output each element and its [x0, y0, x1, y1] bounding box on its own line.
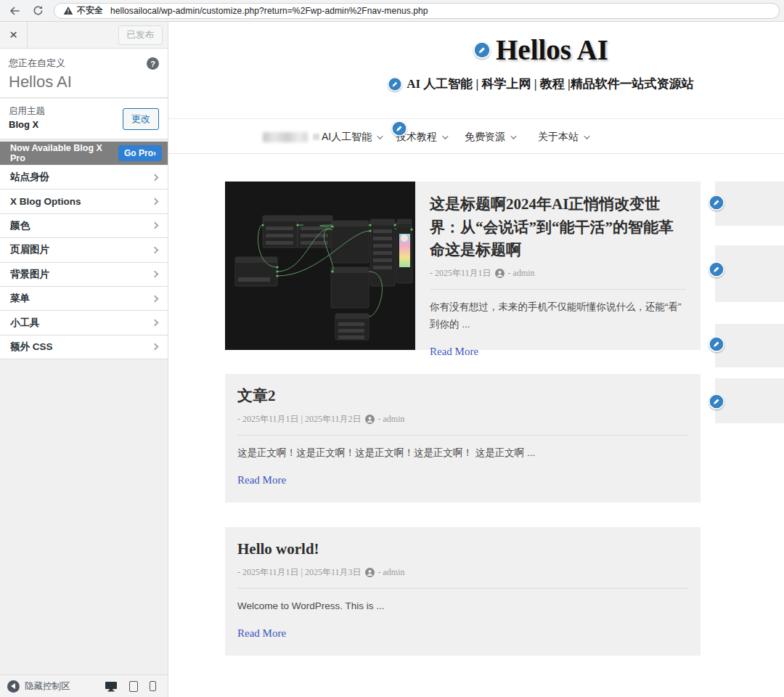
customizing-label: 您正在自定义	[9, 57, 159, 70]
chevron-right-icon	[152, 198, 159, 205]
post-date: - 2025年11月1日 | 2025年11月3日	[237, 566, 362, 579]
author-icon	[365, 568, 375, 577]
chevron-right-icon	[152, 222, 159, 229]
nav-item-free-resources[interactable]: 免费资源	[465, 131, 515, 144]
chevron-down-icon	[510, 133, 516, 139]
post-meta: - 2025年11月1日 - admin	[430, 267, 686, 280]
post-meta: - 2025年11月1日 | 2025年11月2日 - admin	[237, 413, 688, 425]
sidebar-item-site-identity[interactable]: 站点身份	[0, 166, 168, 189]
edit-menu-icon[interactable]	[391, 121, 407, 136]
back-arrow-icon	[9, 5, 20, 17]
nav-item-about[interactable]: 关于本站	[538, 131, 588, 144]
post-excerpt: 这是正文啊！这是正文啊！这是正文啊！这是正文啊！ 这是正文啊 ...	[237, 444, 688, 462]
meta-divider	[237, 435, 688, 436]
close-customizer-button[interactable]: ×	[0, 22, 28, 48]
post-date: - 2025年11月1日 | 2025年11月2日	[237, 413, 362, 425]
post-card: 这是标题啊2024年AI正悄悄改变世界：从“会说话”到“能干活”的智能革命这是标…	[225, 182, 701, 350]
tablet-preview-icon[interactable]	[129, 681, 138, 692]
blurred-nav-item[interactable]	[263, 132, 308, 142]
post-excerpt: Welcome to WordPress. This is ...	[237, 598, 688, 615]
chevron-down-icon	[377, 133, 383, 139]
post-card: 文章2 - 2025年11月1日 | 2025年11月2日 - admin 这是…	[225, 374, 701, 502]
address-bar[interactable]: 不安全 hellosailocal/wp-admin/customize.php…	[54, 3, 780, 19]
author-icon	[495, 269, 505, 278]
url-text: hellosailocal/wp-admin/customize.php?ret…	[110, 6, 428, 16]
meta-divider	[237, 588, 688, 589]
post-author: - admin	[378, 414, 405, 425]
customized-site-name: Hellos AI	[9, 73, 159, 91]
help-icon[interactable]: ?	[147, 57, 159, 70]
post-card: Hello world! - 2025年11月1日 | 2025年11月3日 -…	[225, 527, 701, 656]
sidebar-item-colors[interactable]: 颜色	[0, 214, 168, 238]
not-secure-warning-icon	[63, 6, 73, 15]
site-header: Hellos AI AI 人工智能 | 科学上网 | 教程 |精品软件一站式资源…	[287, 33, 784, 92]
post-date: - 2025年11月1日	[430, 267, 491, 280]
post-title[interactable]: 文章2	[237, 385, 688, 408]
collapse-label: 隐藏控制区	[25, 680, 70, 693]
customizer-screen: 不安全 hellosailocal/wp-admin/customize.php…	[0, 0, 784, 697]
post-title[interactable]: 这是标题啊2024年AI正悄悄改变世界：从“会说话”到“能干活”的智能革命这是标…	[430, 193, 686, 262]
sidebar-item-header-image[interactable]: 页眉图片	[0, 238, 168, 262]
sidebar-item-widgets[interactable]: 小工具	[0, 311, 168, 335]
edit-widget-icon[interactable]	[709, 261, 724, 277]
edit-widget-icon[interactable]	[709, 394, 724, 409]
pro-banner-text: Now Available Blog X Pro	[10, 143, 118, 163]
read-more-link[interactable]: Read More	[237, 474, 286, 486]
chevron-right-icon	[152, 319, 159, 327]
sidebar-widget-placeholder[interactable]	[715, 245, 784, 302]
post-author: - admin	[378, 567, 405, 578]
chevron-right-icon	[152, 271, 159, 278]
customizer-header: × 已发布	[0, 22, 168, 49]
pro-upsell-banner: Now Available Blog X Pro Go Pro›	[0, 142, 168, 165]
chevron-right-icon	[152, 174, 159, 181]
post-excerpt: 你有没有想过，未来的手机不仅能听懂你说什么，还能“看”到你的 ...	[430, 298, 686, 334]
post-thumbnail-node-graph[interactable]	[225, 182, 415, 350]
change-theme-button[interactable]: 更改	[123, 108, 159, 130]
edit-widget-icon[interactable]	[709, 195, 724, 211]
collapse-arrow-icon	[11, 683, 15, 689]
customizer-panel: × 已发布 您正在自定义 Hellos AI ? 启用主题 Blog X 更改 …	[0, 22, 168, 697]
read-more-link[interactable]: Read More	[237, 627, 286, 640]
chevron-right-icon	[152, 246, 159, 253]
edit-tagline-icon[interactable]	[388, 77, 402, 91]
collapse-sidebar-button[interactable]	[7, 680, 20, 693]
sidebar-item-menus[interactable]: 菜单	[0, 287, 168, 311]
sidebar-item-background-image[interactable]: 背景图片	[0, 263, 168, 287]
blurred-nav-caret	[313, 134, 319, 140]
meta-divider	[430, 289, 686, 290]
post-title[interactable]: Hello world!	[237, 538, 688, 561]
sidebar-item-additional-css[interactable]: 额外 CSS	[0, 335, 168, 359]
nav-item-ai[interactable]: AI人工智能	[322, 131, 381, 144]
edit-site-title-icon[interactable]	[473, 41, 491, 59]
sidebar-item-x-blog-options[interactable]: X Blog Options	[0, 189, 168, 213]
author-icon	[365, 415, 375, 424]
published-button[interactable]: 已发布	[118, 25, 163, 45]
node-graph-image	[225, 182, 415, 350]
read-more-link[interactable]: Read More	[430, 346, 478, 358]
post-list: 这是标题啊2024年AI正悄悄改变世界：从“会说话”到“能干活”的智能革命这是标…	[225, 182, 701, 680]
edit-widget-icon[interactable]	[709, 336, 724, 352]
go-pro-button[interactable]: Go Pro›	[118, 145, 162, 161]
chevron-right-icon	[152, 295, 159, 302]
active-theme-section: 启用主题 Blog X 更改	[0, 99, 168, 139]
site-tagline[interactable]: AI 人工智能 | 科学上网 | 教程 |精品软件一站式资源站	[407, 76, 694, 92]
post-meta: - 2025年11月1日 | 2025年11月3日 - admin	[237, 566, 688, 579]
back-button[interactable]	[6, 2, 23, 20]
post-author: - admin	[508, 268, 535, 279]
desktop-preview-icon[interactable]	[105, 681, 118, 692]
chevron-right-icon	[152, 343, 159, 351]
site-preview: Hellos AI AI 人工智能 | 科学上网 | 教程 |精品软件一站式资源…	[168, 22, 784, 697]
main-navigation: AI人工智能 技术教程 免费资源 关于本站	[168, 118, 784, 154]
sidebar-widget-placeholder[interactable]	[715, 378, 784, 423]
sidebar-widget-placeholder[interactable]	[715, 324, 784, 367]
mobile-preview-icon[interactable]	[150, 681, 156, 691]
reload-button[interactable]	[29, 2, 46, 20]
customizing-info-section: 您正在自定义 Hellos AI ?	[0, 49, 168, 98]
chevron-down-icon	[442, 133, 448, 139]
browser-toolbar: 不安全 hellosailocal/wp-admin/customize.php…	[0, 0, 784, 22]
sidebar-widget-placeholder[interactable]	[715, 182, 784, 226]
customizer-section-list: 站点身份 X Blog Options 颜色 页眉图片 背景图片 菜单	[0, 166, 168, 359]
site-title[interactable]: Hellos AI	[496, 33, 608, 66]
security-label: 不安全	[77, 4, 103, 17]
customizer-footer: 隐藏控制区	[0, 674, 168, 697]
